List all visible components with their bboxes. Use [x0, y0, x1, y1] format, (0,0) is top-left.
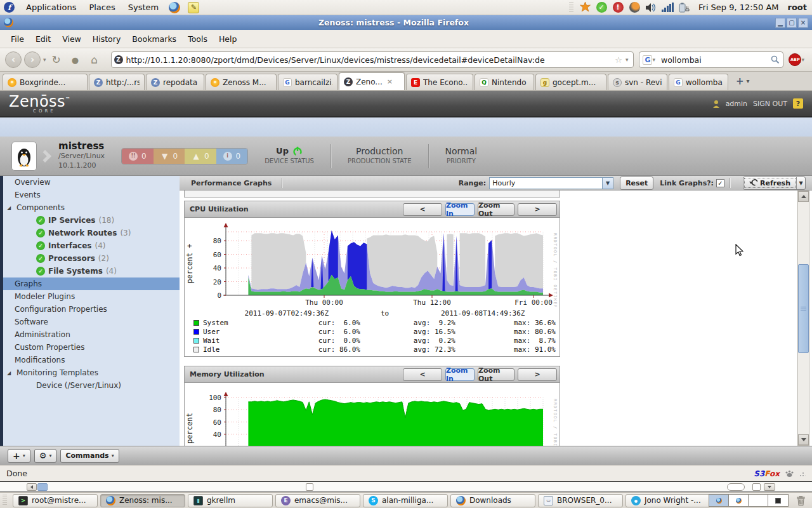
event-badge-critical[interactable]: !!0 — [122, 149, 154, 164]
sidebar-item-modifications[interactable]: Modifications — [3, 354, 180, 366]
hscroll-thumb[interactable] — [37, 483, 48, 491]
expander-icon[interactable]: ◢ — [7, 370, 13, 376]
commands-button[interactable]: Commands▾ — [60, 449, 119, 463]
workspace-2[interactable] — [729, 495, 749, 506]
refresh-dropdown-icon[interactable]: ▼ — [796, 177, 805, 189]
search-bar[interactable]: G ▾ wollombai — [639, 51, 783, 68]
back-button[interactable]: ‹ — [5, 51, 22, 68]
forward-button[interactable]: › — [24, 51, 41, 68]
event-badge-error[interactable]: ▼0 — [154, 149, 185, 164]
reload-icon[interactable]: ↻ — [49, 52, 64, 67]
sign-out-link[interactable]: SIGN OUT — [753, 100, 787, 108]
sidebar-item-device-server-linux[interactable]: Device (/Server/Linux) — [3, 379, 180, 392]
magnifier-icon[interactable] — [771, 55, 780, 64]
alert-icon[interactable]: ! — [612, 1, 624, 14]
bookmark-star-icon[interactable]: ☆ — [615, 55, 622, 65]
workspace-switcher[interactable] — [709, 494, 789, 507]
resize-grip[interactable] — [799, 471, 806, 477]
tab-http-rs-13[interactable]: http:/...rs/13 — [89, 74, 145, 90]
tab-barncailzi[interactable]: barncailzi... — [278, 74, 337, 90]
browser-menu-bookmarks[interactable]: Bookmarks — [126, 34, 182, 44]
tab-nintendo[interactable]: Nintendo ... — [475, 74, 534, 90]
gnome-menu-system[interactable]: System — [122, 0, 165, 15]
adblock-plus-icon[interactable]: ABP — [789, 53, 801, 66]
event-rainbow[interactable]: !!0▼0▲0i0 — [121, 148, 248, 164]
taskbar-window-emacs-mis[interactable]: emacs@mis... — [275, 494, 360, 507]
graph-button-zoom-out[interactable]: Zoom Out — [478, 203, 514, 216]
google-icon[interactable]: G — [643, 55, 652, 65]
fedora-logo-icon[interactable]: f — [4, 2, 15, 13]
background-checkbox[interactable] — [306, 483, 313, 491]
sidebar-item-processors[interactable]: ✓Processors (2) — [3, 252, 180, 265]
browser-menu-view[interactable]: View — [56, 34, 87, 44]
sidebar-item-events[interactable]: Events — [3, 189, 180, 201]
home-icon[interactable]: ⌂ — [87, 52, 102, 67]
vertical-scrollbar[interactable] — [797, 190, 809, 446]
battery-icon[interactable] — [678, 1, 690, 14]
tab-repodata[interactable]: repodata — [146, 74, 204, 90]
browser-menu-edit[interactable]: Edit — [30, 34, 56, 44]
graph-button-[interactable]: > — [518, 203, 557, 216]
ok-status-icon[interactable]: ✓ — [595, 1, 608, 14]
add-button[interactable]: +▾ — [8, 449, 30, 463]
clock[interactable]: Fri Sep 9, 12:50 AM — [698, 3, 779, 12]
sidebar-item-interfaces[interactable]: ✓Interfaces (4) — [3, 239, 180, 252]
tab-svn-revi[interactable]: svn - Revi... — [608, 74, 667, 90]
network-signal-icon[interactable] — [661, 1, 674, 14]
expander-icon[interactable]: ◢ — [7, 205, 13, 211]
help-icon[interactable]: ? — [793, 98, 803, 109]
sidebar-item-administration[interactable]: Administration — [3, 328, 180, 341]
updates-icon[interactable] — [579, 1, 591, 14]
logged-in-user[interactable]: admin — [726, 100, 747, 108]
workspace-4[interactable] — [768, 495, 788, 506]
taskbar-window-browser-0[interactable]: BROWSER_0... — [538, 494, 623, 507]
settings-button[interactable]: ⚙▾ — [34, 449, 57, 463]
workspace-1[interactable] — [709, 495, 729, 506]
sidebar-item-modeler-plugins[interactable]: Modeler Plugins — [3, 290, 180, 303]
sidebar-item-network-routes[interactable]: ✓Network Routes (3) — [3, 227, 180, 239]
graph-button-zoom-in[interactable]: Zoom In — [445, 203, 475, 216]
link-graphs-checkbox[interactable]: ✓ — [716, 179, 724, 187]
history-dropdown-icon[interactable]: ▾ — [43, 57, 46, 63]
search-input[interactable]: wollombai — [661, 55, 771, 65]
maximize-icon[interactable]: ▢ — [787, 18, 797, 28]
taskbar-window-jono-wright[interactable]: Jono Wright -... — [625, 494, 710, 507]
tab-the-econo[interactable]: The Econo... — [406, 74, 473, 90]
scroll-down-icon[interactable] — [798, 434, 809, 445]
scroll-up-icon[interactable] — [798, 191, 809, 202]
trash-icon[interactable] — [796, 495, 806, 506]
gnome-menu-places[interactable]: Places — [82, 0, 121, 15]
firefox-launcher-icon[interactable] — [169, 2, 180, 13]
event-badge-info[interactable]: i0 — [216, 149, 248, 164]
taskbar-window-alan-milliga[interactable]: alan-milliga... — [363, 494, 448, 507]
sidebar-item-components[interactable]: ◢Components — [3, 201, 180, 214]
search-engine-dropdown-icon[interactable]: ▾ — [652, 57, 655, 63]
browser-menu-tools[interactable]: Tools — [182, 34, 213, 44]
window-titlebar[interactable]: Zenoss: mistress - Mozilla Firefox ▁ ▢ × — [0, 15, 812, 30]
tab-boxgrinde[interactable]: Boxgrinde... — [3, 74, 88, 90]
sidebar-item-overview[interactable]: Overview — [3, 176, 180, 189]
sidebar-item-monitoring-templates[interactable]: ◢Monitoring Templates — [3, 366, 180, 379]
gnome-menu-applications[interactable]: Applications — [20, 0, 82, 15]
browser-menu-file[interactable]: File — [5, 34, 30, 44]
taskbar-window-zenoss-mis[interactable]: Zenoss: mis... — [100, 494, 185, 507]
background-button[interactable] — [752, 483, 761, 491]
tab-gocept-m[interactable]: gocept.m... — [535, 74, 606, 90]
sidebar-item-configuration-properties[interactable]: Configuration Properties — [3, 303, 180, 316]
s3fox-label[interactable]: S3Fox — [754, 469, 780, 478]
event-badge-warning[interactable]: ▲0 — [185, 149, 216, 164]
panel-handle[interactable] — [569, 2, 573, 13]
taskbar-handle[interactable] — [3, 495, 7, 506]
new-tab-icon[interactable]: + — [736, 76, 744, 87]
background-dropdown-icon[interactable] — [764, 483, 775, 491]
zenoss-logo[interactable]: Zenōss™ — [9, 93, 71, 110]
graph-button-[interactable]: < — [403, 203, 442, 216]
sidebar-item-file-systems[interactable]: ✓File Systems (4) — [3, 265, 180, 277]
paw-icon[interactable] — [785, 469, 794, 478]
workspace-3[interactable] — [749, 495, 768, 506]
tab-wollomba[interactable]: wollomba... — [669, 74, 728, 90]
range-select[interactable]: Hourly ▼ — [489, 177, 613, 189]
tab-zenoss-m[interactable]: Zenoss M... — [206, 74, 277, 90]
reset-button[interactable]: Reset — [620, 177, 653, 190]
url-dropdown-icon[interactable]: ▾ — [625, 57, 629, 63]
